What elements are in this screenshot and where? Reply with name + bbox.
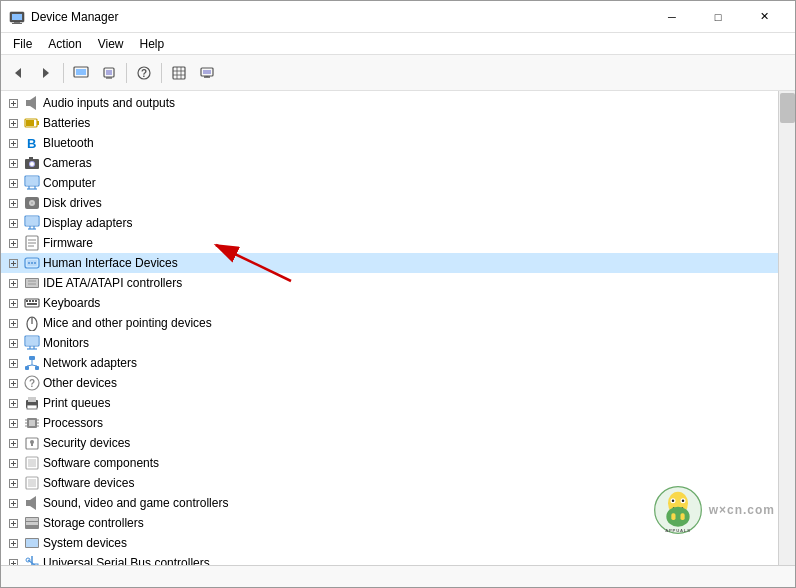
forward-button[interactable] (33, 60, 59, 86)
tree-item[interactable]: IDE ATA/ATAPI controllers (1, 273, 778, 293)
device-label: Software components (43, 456, 159, 470)
svg-rect-96 (27, 303, 37, 305)
device-label: Display adapters (43, 216, 132, 230)
tree-item[interactable]: Firmware (1, 233, 778, 253)
svg-marker-161 (30, 496, 36, 510)
maximize-button[interactable]: □ (695, 1, 741, 33)
toolbar-sep-3 (161, 63, 162, 83)
tree-item[interactable]: ?Other devices (1, 373, 778, 393)
svg-rect-19 (203, 70, 211, 74)
svg-text:?: ? (141, 68, 147, 79)
svg-rect-32 (26, 120, 34, 126)
device-manager-window: Device Manager ─ □ ✕ File Action View He… (0, 0, 796, 588)
window-title: Device Manager (31, 10, 649, 24)
svg-rect-128 (28, 397, 36, 402)
svg-rect-31 (37, 121, 39, 125)
expand-button[interactable] (5, 435, 21, 451)
minimize-button[interactable]: ─ (649, 1, 695, 33)
toolbar-btn-4[interactable] (194, 60, 220, 86)
expand-button[interactable] (5, 535, 21, 551)
tree-item[interactable]: Batteries (1, 113, 778, 133)
svg-marker-26 (30, 96, 36, 110)
expand-button[interactable] (5, 555, 21, 565)
tree-item[interactable]: Computer (1, 173, 778, 193)
expand-button[interactable] (5, 395, 21, 411)
expand-button[interactable] (5, 315, 21, 331)
tree-item[interactable]: Disk drives (1, 193, 778, 213)
svg-rect-151 (28, 459, 36, 467)
toolbar-btn-1[interactable] (68, 60, 94, 86)
tree-item[interactable]: Software devices (1, 473, 778, 493)
device-label: Bluetooth (43, 136, 94, 150)
toolbar-btn-2[interactable] (96, 60, 122, 86)
close-button[interactable]: ✕ (741, 1, 787, 33)
svg-rect-48 (26, 177, 38, 185)
toolbar-help-btn[interactable]: ? (131, 60, 157, 86)
menu-view[interactable]: View (90, 35, 132, 53)
expand-button[interactable] (5, 135, 21, 151)
device-icon (24, 395, 40, 411)
tree-item[interactable]: Human Interface Devices (1, 253, 778, 273)
svg-rect-43 (29, 157, 33, 160)
svg-rect-93 (29, 300, 31, 302)
tree-item[interactable]: Network adapters (1, 353, 778, 373)
tree-item[interactable]: Monitors (1, 333, 778, 353)
device-icon (24, 335, 40, 351)
tree-item[interactable]: System devices (1, 533, 778, 553)
expand-button[interactable] (5, 455, 21, 471)
expand-button[interactable] (5, 295, 21, 311)
svg-rect-166 (26, 518, 38, 521)
tree-item[interactable]: Mice and other pointing devices (1, 313, 778, 333)
tree-item[interactable]: Processors (1, 413, 778, 433)
toolbar-btn-3[interactable] (166, 60, 192, 86)
device-tree[interactable]: Audio inputs and outputsBatteriesBBlueto… (1, 91, 778, 565)
svg-point-79 (31, 262, 33, 264)
expand-button[interactable] (5, 175, 21, 191)
device-icon (24, 555, 40, 565)
device-icon (24, 115, 40, 131)
device-icon (24, 495, 40, 511)
device-label: Sound, video and game controllers (43, 496, 228, 510)
tree-item[interactable]: Keyboards (1, 293, 778, 313)
expand-button[interactable] (5, 235, 21, 251)
expand-button[interactable] (5, 335, 21, 351)
device-label: Mice and other pointing devices (43, 316, 212, 330)
expand-button[interactable] (5, 355, 21, 371)
expand-button[interactable] (5, 195, 21, 211)
expand-button[interactable] (5, 375, 21, 391)
tree-item[interactable]: Display adapters (1, 213, 778, 233)
svg-point-57 (31, 202, 33, 204)
expand-button[interactable] (5, 415, 21, 431)
expand-button[interactable] (5, 255, 21, 271)
expand-button[interactable] (5, 515, 21, 531)
tree-item[interactable]: Sound, video and game controllers (1, 493, 778, 513)
expand-button[interactable] (5, 115, 21, 131)
tree-item[interactable]: Universal Serial Bus controllers (1, 553, 778, 565)
expand-button[interactable] (5, 155, 21, 171)
expand-button[interactable] (5, 215, 21, 231)
tree-item[interactable]: BBluetooth (1, 133, 778, 153)
svg-rect-62 (26, 217, 38, 225)
svg-rect-172 (26, 539, 38, 547)
tree-item[interactable]: Software components (1, 453, 778, 473)
tree-item[interactable]: Cameras (1, 153, 778, 173)
device-icon (24, 415, 40, 431)
menu-file[interactable]: File (5, 35, 40, 53)
menu-help[interactable]: Help (132, 35, 173, 53)
device-label: Disk drives (43, 196, 102, 210)
menu-action[interactable]: Action (40, 35, 89, 53)
back-button[interactable] (5, 60, 31, 86)
device-label: Other devices (43, 376, 117, 390)
svg-point-80 (34, 262, 36, 264)
tree-item[interactable]: Print queues (1, 393, 778, 413)
scrollbar[interactable] (778, 91, 795, 565)
device-icon (24, 295, 40, 311)
tree-item[interactable]: Security devices (1, 433, 778, 453)
tree-item[interactable]: Audio inputs and outputs (1, 93, 778, 113)
svg-rect-114 (25, 366, 29, 370)
tree-item[interactable]: Storage controllers (1, 513, 778, 533)
expand-button[interactable] (5, 95, 21, 111)
expand-button[interactable] (5, 275, 21, 291)
expand-button[interactable] (5, 495, 21, 511)
expand-button[interactable] (5, 475, 21, 491)
